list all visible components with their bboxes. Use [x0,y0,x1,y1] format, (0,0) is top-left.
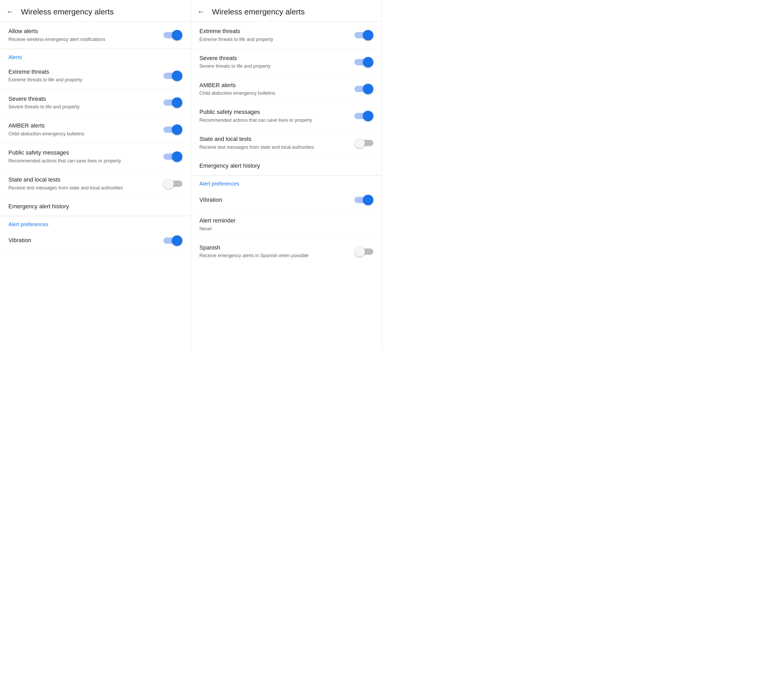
public-safety-subtitle: Recommended actions that can save lives … [8,158,157,164]
toggle-thumb [354,138,365,148]
emergency-history-2[interactable]: Emergency alert history [191,157,382,175]
setting-amber-alerts-2[interactable]: AMBER alerts Child abduction emergency b… [191,76,382,103]
public-safety-toggle[interactable] [163,151,182,162]
toggle-thumb [172,124,182,135]
spanish-title: Spanish [199,244,348,252]
extreme-threats-title: Extreme threats [8,68,157,76]
setting-extreme-threats-2[interactable]: Extreme threats Extreme threats to life … [191,22,382,49]
setting-spanish[interactable]: Spanish Receive emergency alerts in Span… [191,238,382,265]
spanish-toggle[interactable] [354,246,373,257]
state-local-toggle[interactable] [163,179,182,189]
setting-state-local-2[interactable]: State and local tests Receive test messa… [191,130,382,157]
amber-alerts-toggle[interactable] [163,124,182,135]
allow-alerts-toggle[interactable] [163,30,182,41]
panel-right: ← Wireless emergency alerts Extreme thre… [191,0,382,350]
extreme-threats-title-2: Extreme threats [199,28,348,35]
public-safety-subtitle-2: Recommended actions that can save lives … [199,117,348,124]
setting-public-safety[interactable]: Public safety messages Recommended actio… [0,143,191,170]
toggle-thumb [363,195,373,205]
panel-left: ← Wireless emergency alerts Allow alerts… [0,0,191,350]
setting-alert-reminder[interactable]: Alert reminder Never [191,211,382,238]
extreme-threats-subtitle: Extreme threats to life and property [8,77,157,83]
setting-severe-threats-2[interactable]: Severe threats Severe threats to life an… [191,49,382,76]
settings-list-left: Allow alerts Receive wireless emergency … [0,22,191,252]
setting-vibration-2[interactable]: Vibration [191,189,382,211]
public-safety-title-2: Public safety messages [199,108,348,116]
toggle-thumb [363,57,373,67]
amber-alerts-subtitle: Child abduction emergency bulletins [8,131,157,137]
alert-reminder-subtitle: Never [199,226,367,232]
alert-reminder-title: Alert reminder [199,217,367,225]
page-title-left: Wireless emergency alerts [21,7,114,16]
back-button-left[interactable]: ← [6,8,14,16]
public-safety-toggle-2[interactable] [354,111,373,121]
extreme-threats-subtitle-2: Extreme threats to life and property [199,36,348,43]
state-local-toggle-2[interactable] [354,138,373,148]
severe-threats-subtitle-2: Severe threats to life and property [199,63,348,69]
vibration-title: Vibration [8,236,157,244]
emergency-history-title: Emergency alert history [8,203,182,210]
public-safety-title: Public safety messages [8,149,157,157]
vibration-toggle-2[interactable] [354,195,373,205]
state-local-subtitle: Receive test messages from state and loc… [8,185,157,191]
amber-alerts-subtitle-2: Child abduction emergency bulletins [199,90,348,97]
severe-threats-toggle[interactable] [163,97,182,108]
emergency-history-title-2: Emergency alert history [199,163,373,169]
vibration-title-2: Vibration [199,196,348,204]
allow-alerts-title: Allow alerts [8,28,157,35]
emergency-history[interactable]: Emergency alert history [0,197,191,216]
header-right: ← Wireless emergency alerts [191,0,382,22]
toggle-thumb [172,97,182,108]
setting-amber-alerts[interactable]: AMBER alerts Child abduction emergency b… [0,116,191,143]
amber-alerts-title-2: AMBER alerts [199,81,348,89]
amber-alerts-toggle-2[interactable] [354,84,373,94]
back-button-right[interactable]: ← [197,8,205,16]
setting-state-local[interactable]: State and local tests Receive test messa… [0,170,191,197]
spanish-subtitle: Receive emergency alerts in Spanish when… [199,252,348,259]
vibration-toggle[interactable] [163,235,182,246]
toggle-thumb [354,246,365,257]
extreme-threats-toggle[interactable] [163,70,182,81]
toggle-thumb [172,30,182,41]
toggle-thumb [172,235,182,246]
section-preferences-header: Alert preferences [0,216,191,230]
section-preferences-header-2: Alert preferences [191,175,382,189]
setting-allow-alerts[interactable]: Allow alerts Receive wireless emergency … [0,22,191,49]
amber-alerts-title: AMBER alerts [8,122,157,130]
toggle-thumb [172,70,182,81]
allow-alerts-subtitle: Receive wireless emergency alert notific… [8,36,157,43]
settings-list-right: Extreme threats Extreme threats to life … [191,22,382,265]
toggle-thumb [363,111,373,121]
setting-public-safety-2[interactable]: Public safety messages Recommended actio… [191,103,382,130]
page-title-right: Wireless emergency alerts [212,7,305,16]
section-alerts-header: Alerts [0,49,191,63]
severe-threats-subtitle: Severe threats to life and property [8,103,157,110]
setting-severe-threats[interactable]: Severe threats Severe threats to life an… [0,89,191,116]
toggle-thumb [172,151,182,162]
severe-threats-title: Severe threats [8,95,157,103]
header-left: ← Wireless emergency alerts [0,0,191,22]
toggle-thumb [363,84,373,94]
setting-vibration[interactable]: Vibration [0,230,191,252]
setting-extreme-threats[interactable]: Extreme threats Extreme threats to life … [0,63,191,89]
state-local-subtitle-2: Receive test messages from state and loc… [199,144,348,150]
state-local-title-2: State and local tests [199,135,348,143]
state-local-title: State and local tests [8,176,157,184]
extreme-threats-toggle-2[interactable] [354,30,373,41]
toggle-thumb [363,30,373,41]
severe-threats-title-2: Severe threats [199,55,348,62]
toggle-thumb [163,179,174,189]
severe-threats-toggle-2[interactable] [354,57,373,67]
